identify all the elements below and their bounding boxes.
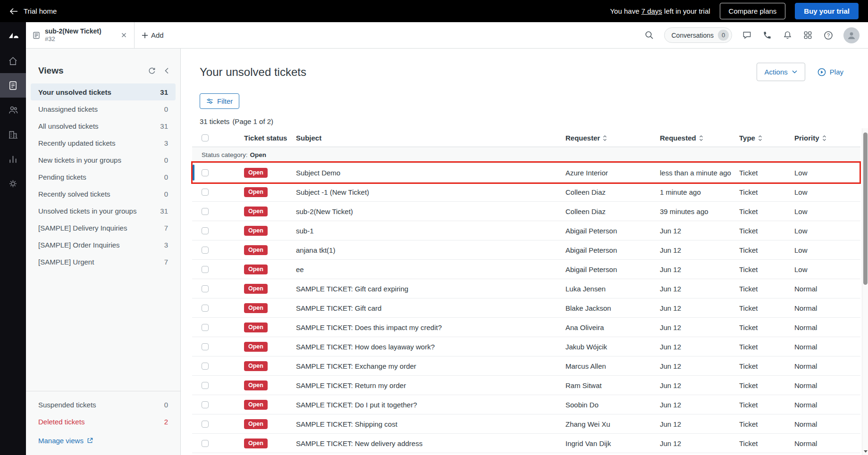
row-checkbox[interactable]	[202, 401, 209, 408]
compare-plans-button[interactable]: Compare plans	[720, 3, 786, 19]
view-item-count: 31	[160, 122, 168, 130]
view-item[interactable]: [SAMPLE] Order Inquiries 3	[31, 236, 176, 253]
search-icon[interactable]	[644, 30, 655, 41]
ticket-requested: 1 minute ago	[660, 188, 739, 196]
user-avatar[interactable]	[843, 27, 860, 43]
trial-days-count: 7 days	[641, 7, 662, 15]
apps-grid-icon[interactable]	[802, 30, 813, 41]
view-item[interactable]: Recently solved tickets 0	[31, 185, 176, 202]
ticket-subject[interactable]: SAMPLE TICKET: Shipping cost	[296, 414, 565, 434]
row-checkbox[interactable]	[202, 440, 209, 447]
scrollbar-down-button[interactable]	[862, 448, 868, 455]
view-item[interactable]: Unsolved tickets in your groups 31	[31, 202, 176, 219]
rail-organizations-icon[interactable]	[0, 122, 26, 147]
left-navigation-rail	[0, 22, 26, 455]
table-row[interactable]: Open SAMPLE TICKET: Gift card Blake Jack…	[192, 298, 860, 318]
ticket-subject[interactable]: SAMPLE TICKET: Do I put it together?	[296, 395, 565, 414]
phone-icon[interactable]	[762, 30, 773, 41]
view-item[interactable]: Recently updated tickets 3	[31, 134, 176, 151]
table-row[interactable]: Open SAMPLE TICKET: Shipping cost Zhang …	[192, 414, 860, 434]
buy-trial-button[interactable]: Buy your trial	[795, 3, 859, 19]
ticket-subject[interactable]: SAMPLE TICKET: Gift card expiring	[296, 279, 565, 298]
row-checkbox[interactable]	[202, 208, 209, 215]
table-row[interactable]: Open anjana tkt(1) Abigail Peterson Jun …	[192, 240, 860, 260]
table-row[interactable]: Open SAMPLE TICKET: Do I put it together…	[192, 395, 860, 414]
table-row[interactable]: Open Subject Demo Azure Interior less th…	[192, 163, 860, 182]
trial-days-suffix: left in your trial	[662, 7, 710, 15]
rail-customers-icon[interactable]	[0, 98, 26, 122]
trial-home-link[interactable]: Trial home	[9, 7, 57, 15]
rail-views-icon[interactable]	[0, 73, 26, 98]
tab-close-icon[interactable]	[119, 31, 128, 40]
conversations-button[interactable]: Conversations 0	[664, 27, 733, 43]
ticket-tab[interactable]: sub-2(New Ticket) #32	[26, 22, 135, 48]
row-checkbox[interactable]	[202, 285, 209, 292]
table-row[interactable]: Open SAMPLE TICKET: Exchange my order Ma…	[192, 356, 860, 376]
row-checkbox[interactable]	[202, 343, 209, 350]
actions-button[interactable]: Actions	[757, 63, 805, 81]
ticket-subject[interactable]: SAMPLE TICKET: Return my order	[296, 376, 565, 395]
notifications-bell-icon[interactable]	[782, 30, 793, 41]
view-item[interactable]: [SAMPLE] Delivery Inquiries 7	[31, 219, 176, 236]
filter-button[interactable]: Filter	[200, 93, 239, 109]
rail-admin-gear-icon[interactable]	[0, 171, 26, 196]
help-icon[interactable]: ?	[823, 30, 834, 41]
ticket-subject[interactable]: ee	[296, 260, 565, 279]
column-requester[interactable]: Requester	[565, 134, 660, 142]
view-item[interactable]: Deleted tickets 2	[31, 413, 176, 430]
table-row[interactable]: Open sub-2(New Ticket) Colleen Diaz 39 m…	[192, 202, 860, 221]
ticket-subject[interactable]: SAMPLE TICKET: How does layaway work?	[296, 337, 565, 356]
row-checkbox[interactable]	[202, 363, 209, 370]
ticket-subject[interactable]: SAMPLE TICKET: Exchange my order	[296, 356, 565, 376]
ticket-requester: Colleen Diaz	[565, 188, 660, 196]
table-row[interactable]: Open SAMPLE TICKET: New delivery address…	[192, 434, 860, 453]
view-item[interactable]: All unsolved tickets 31	[31, 117, 176, 134]
refresh-views-icon[interactable]	[147, 66, 157, 75]
column-requested[interactable]: Requested	[660, 134, 739, 142]
chat-icon[interactable]	[742, 30, 752, 41]
rail-home-icon[interactable]	[0, 49, 26, 73]
ticket-subject[interactable]: Subject -1 (New Ticket)	[296, 182, 565, 202]
collapse-views-icon[interactable]	[163, 66, 170, 75]
table-row[interactable]: Open SAMPLE TICKET: How does layaway wor…	[192, 337, 860, 356]
ticket-subject[interactable]: SAMPLE TICKET: Gift card	[296, 298, 565, 318]
view-item-count: 0	[164, 105, 168, 113]
scrollbar-thumb[interactable]	[863, 132, 868, 285]
view-item[interactable]: New tickets in your groups 0	[31, 151, 176, 168]
table-row[interactable]: Open Subject -1 (New Ticket) Colleen Dia…	[192, 182, 860, 202]
row-checkbox[interactable]	[202, 382, 209, 389]
row-checkbox[interactable]	[202, 305, 209, 312]
ticket-subject[interactable]: anjana tkt(1)	[296, 240, 565, 260]
play-button[interactable]: Play	[817, 68, 843, 76]
row-checkbox[interactable]	[202, 324, 209, 331]
view-item[interactable]: Suspended tickets 0	[31, 396, 176, 413]
ticket-subject[interactable]: SAMPLE TICKET: Does this impact my credi…	[296, 318, 565, 337]
ticket-priority: Normal	[794, 362, 860, 370]
table-row[interactable]: Open SAMPLE TICKET: Gift card expiring L…	[192, 279, 860, 298]
select-all-checkbox[interactable]	[202, 134, 209, 141]
row-checkbox[interactable]	[202, 266, 209, 273]
view-item-label: Unsolved tickets in your groups	[38, 207, 160, 215]
column-type[interactable]: Type	[739, 134, 794, 142]
ticket-subject[interactable]: sub-1	[296, 221, 565, 240]
rail-reporting-icon[interactable]	[0, 147, 26, 171]
view-item[interactable]: Unassigned tickets 0	[31, 100, 176, 117]
manage-views-link[interactable]: Manage views	[26, 430, 180, 455]
row-checkbox[interactable]	[202, 169, 209, 176]
view-item[interactable]: [SAMPLE] Urgent 7	[31, 253, 176, 270]
column-priority[interactable]: Priority	[794, 134, 860, 142]
ticket-subject[interactable]: SAMPLE TICKET: New delivery address	[296, 434, 565, 453]
row-checkbox[interactable]	[202, 247, 209, 254]
ticket-subject[interactable]: Subject Demo	[296, 163, 565, 182]
table-row[interactable]: Open ee Abigail Peterson Jun 12 Ticket L…	[192, 260, 860, 279]
table-row[interactable]: Open sub-1 Abigail Peterson Jun 12 Ticke…	[192, 221, 860, 240]
table-row[interactable]: Open SAMPLE TICKET: Return my order Ram …	[192, 376, 860, 395]
row-checkbox[interactable]	[202, 189, 209, 196]
ticket-subject[interactable]: sub-2(New Ticket)	[296, 202, 565, 221]
view-item[interactable]: Your unsolved tickets 31	[31, 83, 176, 100]
table-row[interactable]: Open SAMPLE TICKET: Does this impact my …	[192, 318, 860, 337]
row-checkbox[interactable]	[202, 227, 209, 234]
row-checkbox[interactable]	[202, 421, 209, 428]
view-item[interactable]: Pending tickets 0	[31, 168, 176, 185]
add-tab-button[interactable]: Add	[135, 22, 171, 48]
